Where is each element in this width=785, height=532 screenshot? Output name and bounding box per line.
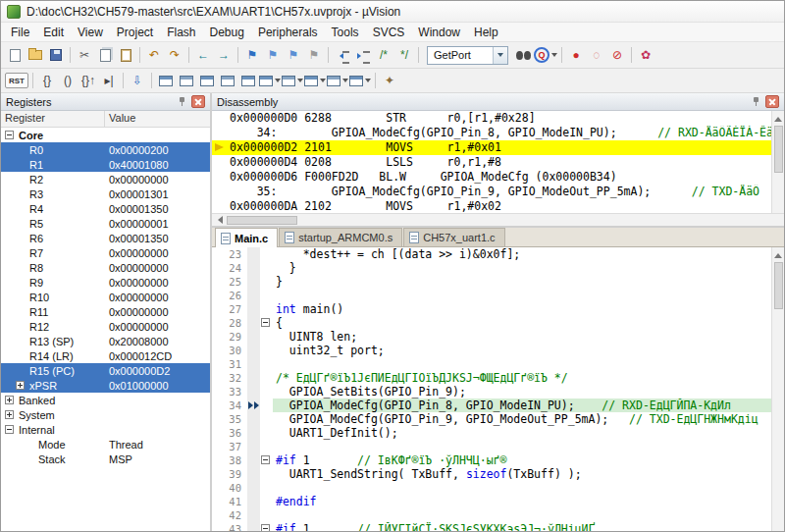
disassembly-current-line[interactable]: 0x000000D2 2101 MOVS r1,#0x01 <box>212 140 771 155</box>
bookmark-next-button[interactable]: ⚑ <box>284 45 303 65</box>
memory-window-button[interactable] <box>282 71 303 90</box>
uncomment-button[interactable]: */ <box>394 45 414 65</box>
menu-window[interactable]: Window <box>411 24 467 41</box>
editor-line-31[interactable]: 31 <box>212 357 771 371</box>
copy-button[interactable] <box>95 45 115 65</box>
run-to-cursor-button[interactable]: ▸| <box>99 71 119 90</box>
scroll-up-icon[interactable] <box>772 247 785 260</box>
symbol-window-button[interactable] <box>197 71 217 90</box>
register-row-r15-pc[interactable]: R15 (PC)0x000000D2 <box>1 363 210 378</box>
register-row-r13-sp[interactable]: R13 (SP)0x20008000 <box>1 334 210 348</box>
back-button[interactable]: ← <box>193 45 213 65</box>
scrollbar-thumb[interactable] <box>774 126 783 173</box>
menu-edit[interactable]: Edit <box>36 24 71 41</box>
step-out-button[interactable]: {}↑ <box>78 71 98 90</box>
indent-button[interactable] <box>353 45 373 65</box>
register-row-stack[interactable]: StackMSP <box>1 452 210 466</box>
register-row-r2[interactable]: R20x00000000 <box>1 172 210 186</box>
register-row-r7[interactable]: R70x00000000 <box>1 245 210 260</box>
tab-main-c[interactable]: Main.c <box>215 228 278 247</box>
undo-button[interactable]: ↶ <box>144 45 164 65</box>
editor-line-43[interactable]: 43#if 1 // ІЙУГІйСЇ·ЅКЅЈєЅУКХКэѕЭЈ¬·ўЛНі… <box>212 522 771 531</box>
menu-peripherals[interactable]: Peripherals <box>251 24 325 41</box>
pin-icon[interactable] <box>749 95 762 108</box>
register-row-r8[interactable]: R80x00000000 <box>1 260 210 275</box>
registers-window-button[interactable] <box>218 71 237 90</box>
register-row-r14-lr[interactable]: R14 (LR)0x000012CD <box>1 348 210 363</box>
system-viewer-button[interactable] <box>349 71 371 90</box>
chevron-down-icon[interactable] <box>365 79 371 82</box>
comment-button[interactable]: /* <box>374 45 393 65</box>
breakpoint-margin[interactable] <box>247 330 260 344</box>
editor-line-26[interactable]: 26 <box>212 289 771 302</box>
menu-flash[interactable]: Flash <box>160 24 202 41</box>
editor-vertical-scrollbar[interactable] <box>771 247 784 531</box>
bookmark-toggle-button[interactable]: ⚑ <box>242 45 262 65</box>
register-row-mode[interactable]: ModeThread <box>1 437 210 452</box>
menu-debug[interactable]: Debug <box>203 24 251 41</box>
menu-file[interactable]: File <box>4 24 36 41</box>
save-button[interactable] <box>46 45 66 65</box>
chevron-down-icon[interactable] <box>493 47 507 64</box>
editor-line-41[interactable]: 41#endif <box>212 495 771 508</box>
editor-line-38[interactable]: 38#if 1 // ІвКФґ®їЪ ·ўЛНЧЦ·ыґ® <box>212 453 771 467</box>
register-row-r5[interactable]: R50x00000001 <box>1 216 210 231</box>
editor-line-28[interactable]: 28{ <box>212 316 771 330</box>
scroll-up-icon[interactable] <box>772 111 785 124</box>
editor-line-33[interactable]: 33 GPIOA_SetBits(GPIO_Pin_9); <box>212 385 771 399</box>
editor-line-42[interactable]: 42 <box>212 508 771 522</box>
chevron-down-icon[interactable] <box>275 79 281 82</box>
register-row-r11[interactable]: R110x00000000 <box>1 304 210 319</box>
disassembly-line[interactable]: 0x000000DA 2102 MOVS r1,#0x02 <box>212 199 771 213</box>
chevron-down-icon[interactable] <box>320 79 326 82</box>
bookmark-clear-button[interactable]: ⚑ <box>304 45 324 65</box>
disassembly-horizontal-scrollbar[interactable] <box>212 213 784 226</box>
scrollbar-thumb[interactable] <box>227 216 297 225</box>
run-button[interactable]: ⇩ <box>128 71 147 90</box>
expand-icon[interactable] <box>5 396 14 404</box>
breakpoint-margin[interactable] <box>247 440 260 453</box>
editor-line-27[interactable]: 27int main() <box>212 302 771 316</box>
register-row-xpsr[interactable]: xPSR0x01000000 <box>1 378 210 393</box>
options-button[interactable]: ✿ <box>636 45 655 65</box>
disassembly-window-button[interactable] <box>177 71 196 90</box>
step-over-button[interactable]: () <box>58 71 78 90</box>
editor-line-34[interactable]: 34 GPIOA_ModeCfg(GPIO_Pin_8, GPIO_ModeIN… <box>212 399 771 412</box>
disassembly-line[interactable]: 34: GPIOA_ModeCfg(GPIO_Pin_8, GPIO_ModeI… <box>212 126 771 140</box>
disassembly-line[interactable]: 35: GPIOA_ModeCfg(GPIO_Pin_9, GPIO_ModeO… <box>212 185 771 199</box>
chevron-down-icon[interactable] <box>297 79 303 82</box>
pin-icon[interactable] <box>175 95 188 108</box>
call-stack-window-button[interactable] <box>238 71 258 90</box>
breakpoint-margin[interactable] <box>247 522 260 531</box>
menu-svcs[interactable]: SVCS <box>366 24 412 41</box>
kill-breakpoints-button[interactable]: ⊘ <box>607 45 627 65</box>
insert-breakpoint-button[interactable]: ● <box>566 45 586 65</box>
search-button[interactable]: Q <box>534 45 557 65</box>
collapse-icon[interactable] <box>5 131 14 139</box>
find-in-files-button[interactable] <box>513 45 533 65</box>
editor-line-35[interactable]: 35 GPIOA_ModeCfg(GPIO_Pin_9, GPIO_ModeOu… <box>212 412 771 426</box>
editor-line-29[interactable]: 29 UINT8 len; <box>212 330 771 344</box>
cut-button[interactable]: ✂ <box>75 45 94 65</box>
breakpoint-margin[interactable] <box>247 316 260 330</box>
new-file-button[interactable] <box>5 45 25 65</box>
breakpoint-margin[interactable] <box>247 399 260 412</box>
breakpoint-margin[interactable] <box>247 508 260 522</box>
menu-view[interactable]: View <box>71 24 110 41</box>
expand-icon[interactable] <box>16 381 25 390</box>
scroll-left-icon[interactable] <box>212 214 225 227</box>
watch-window-button[interactable] <box>259 71 281 90</box>
close-icon[interactable] <box>765 95 779 108</box>
editor-line-37[interactable]: 37 <box>212 440 771 453</box>
collapse-icon[interactable] <box>5 425 14 434</box>
menu-help[interactable]: Help <box>467 24 505 41</box>
register-row-internal[interactable]: Internal <box>1 422 210 437</box>
register-row-r9[interactable]: R90x00000000 <box>1 275 210 290</box>
breakpoint-margin[interactable] <box>247 467 260 481</box>
analysis-window-button[interactable] <box>327 71 348 90</box>
editor-line-24[interactable]: 24 } <box>212 261 771 275</box>
chevron-down-icon[interactable] <box>342 79 348 82</box>
command-window-button[interactable] <box>156 71 176 90</box>
fold-collapse-icon[interactable] <box>261 455 270 464</box>
menu-tools[interactable]: Tools <box>325 24 366 41</box>
